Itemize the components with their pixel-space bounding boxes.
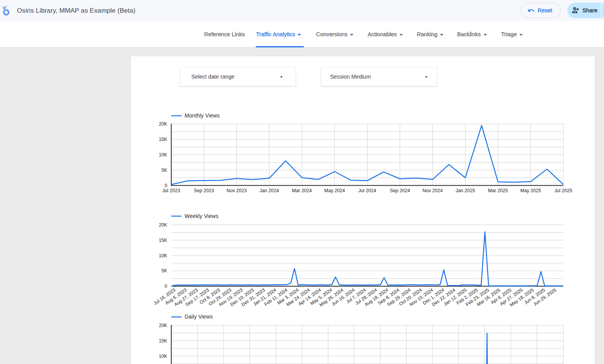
y-tick-label: 10K — [159, 354, 167, 359]
reset-button[interactable]: Reset — [521, 3, 561, 18]
share-options-button[interactable] — [602, 3, 604, 18]
chevron-down-icon — [483, 34, 487, 36]
x-tick-label: Jan 2024 — [260, 188, 279, 193]
report-canvas: Select date range Session Medium 05K10K1… — [0, 47, 604, 364]
x-tick-label: Jul 2023 — [162, 188, 180, 193]
report-title: Osiris Library, MMAP as Example (Beta) — [17, 7, 135, 15]
looker-studio-logo-icon — [0, 0, 14, 21]
nav-tab-label: Triage — [501, 31, 517, 37]
chevron-down-icon — [519, 34, 523, 36]
page-tabs: Reference LinksTraffic AnalyticsConversi… — [0, 21, 604, 47]
header-actions: Reset Share — [521, 3, 604, 18]
app-header: Osiris Library, MMAP as Example (Beta) R… — [0, 0, 604, 21]
chevron-down-icon — [399, 34, 403, 36]
nav-tab-backlinks[interactable]: Backlinks — [457, 21, 487, 47]
y-tick-label: 0 — [165, 283, 167, 289]
x-tick-label: Mar 2025 — [488, 188, 508, 193]
chevron-down-icon — [440, 34, 444, 36]
x-tick-label: May 2024 — [324, 188, 345, 193]
chart-weekly: 05K10K15K20KJul 16, 2023Aug 6, 2023Aug 2… — [153, 213, 564, 308]
y-tick-label: 20K — [159, 121, 167, 127]
y-tick-label: 15K — [159, 137, 167, 142]
x-tick-label: Nov 2024 — [423, 188, 443, 193]
page-nav-bar: Reference LinksTraffic AnalyticsConversi… — [0, 21, 604, 47]
x-tick-label: Sep 2024 — [390, 188, 410, 193]
chart-monthly: 05K10K15K20KJul 2023Sep 2023Nov 2023Jan … — [159, 113, 572, 193]
nav-tab-label: Reference Links — [204, 31, 245, 37]
chevron-down-icon — [297, 34, 301, 36]
y-tick-label: 15K — [159, 238, 167, 243]
x-tick-label: Sep 2023 — [194, 188, 214, 193]
y-tick-label: 0 — [165, 183, 167, 188]
nav-tab-label: Backlinks — [457, 31, 481, 37]
x-tick-label: May 2025 — [520, 188, 541, 193]
chart-daily: 05K10K15K20KDaily Views — [159, 314, 564, 364]
person-add-icon — [572, 7, 579, 14]
nav-tab-traffic-analytics[interactable]: Traffic Analytics — [256, 21, 301, 47]
share-split-button: Share — [567, 3, 604, 18]
nav-tab-triage[interactable]: Triage — [501, 21, 523, 47]
nav-tab-reference-links[interactable]: Reference Links — [204, 21, 245, 47]
series-line-weekly — [171, 232, 564, 286]
nav-tab-conversions[interactable]: Conversions — [316, 21, 354, 47]
y-tick-label: 5K — [162, 168, 167, 173]
legend-label-daily: Daily Views — [185, 314, 213, 320]
x-tick-label: Jan 2025 — [456, 188, 475, 193]
report-page: Select date range Session Medium 05K10K1… — [131, 56, 595, 364]
y-tick-label: 20K — [159, 222, 167, 228]
nav-tab-actionables[interactable]: Actionables — [368, 21, 403, 47]
chevron-down-icon — [350, 34, 354, 36]
nav-tab-label: Ranking — [417, 31, 438, 37]
legend-label-monthly: Monthly Views — [185, 113, 220, 119]
y-tick-label: 15K — [159, 338, 167, 344]
x-tick-label: Nov 2023 — [226, 188, 246, 193]
x-tick-label: Jul 2025 — [554, 188, 572, 193]
legend-label-weekly: Weekly Views — [185, 213, 219, 219]
charts: 05K10K15K20KJul 2023Sep 2023Nov 2023Jan … — [131, 56, 595, 364]
reset-label: Reset — [538, 7, 552, 13]
y-tick-label: 10K — [159, 152, 167, 158]
share-label: Share — [582, 7, 597, 13]
nav-tab-label: Traffic Analytics — [256, 31, 295, 37]
nav-tab-ranking[interactable]: Ranking — [417, 21, 444, 47]
y-tick-label: 10K — [159, 253, 167, 258]
y-tick-label: 5K — [162, 268, 167, 273]
x-tick-label: Jul 2024 — [358, 188, 376, 193]
y-tick-label: 20K — [159, 323, 167, 328]
x-tick-label: Mar 2024 — [292, 188, 312, 193]
nav-tab-label: Actionables — [368, 31, 396, 37]
share-button[interactable]: Share — [567, 3, 601, 18]
nav-tab-label: Conversions — [316, 31, 348, 37]
undo-icon — [528, 7, 535, 14]
